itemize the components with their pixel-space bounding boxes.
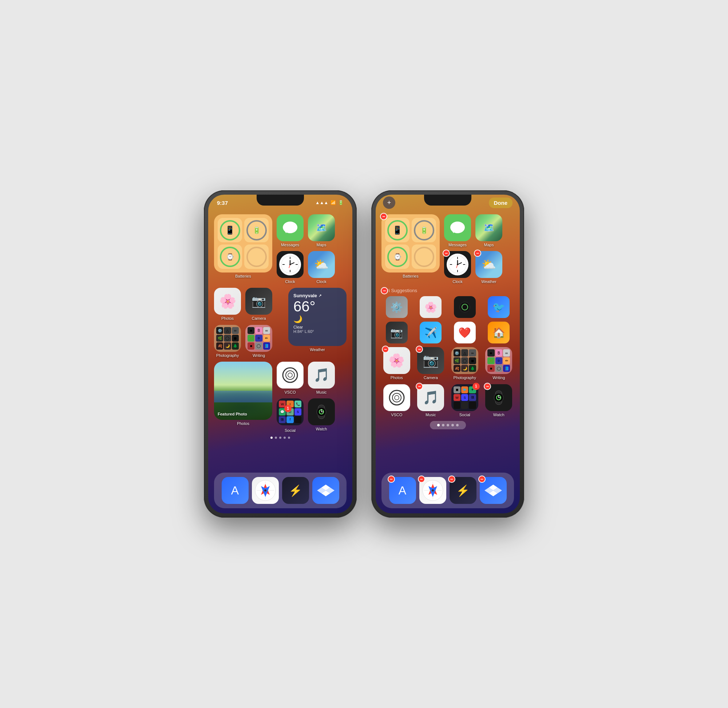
spark-dock-wrap[interactable]: ⚡: [282, 477, 309, 504]
batteries-widget-2[interactable]: 📱 🔋 ⌚: [381, 214, 440, 273]
siri-section-remove[interactable]: −: [381, 287, 388, 295]
camera-siri-wrap[interactable]: 📷: [381, 322, 412, 344]
photos-edit-remove[interactable]: −: [382, 345, 389, 353]
appstore-dock-wrap[interactable]: A: [222, 477, 248, 504]
clock-icon-wrap-2[interactable]: −: [444, 251, 471, 284]
batteries-remove[interactable]: −: [380, 213, 387, 220]
pill-dot-1: [437, 424, 440, 427]
weather-emoji-2: ⛅: [482, 258, 496, 271]
sef5: S: [461, 394, 468, 401]
weather-icon: ⛅: [308, 251, 335, 278]
social-edit-wrap[interactable]: 1 ◼ 🐦 ✈ W S 微 Social: [449, 384, 480, 417]
photos-icon-wrap[interactable]: 🌸 Photos: [214, 288, 241, 321]
battery-small-circle-2: 🔋: [414, 220, 434, 241]
health-siri-wrap[interactable]: ❤️: [449, 322, 480, 344]
weather-icon-wrap[interactable]: ⛅ Clock: [308, 251, 335, 284]
batteries-widget[interactable]: 📱 🔋 ⌚: [214, 214, 272, 273]
appstore-dock-wrap-2[interactable]: − A: [389, 477, 416, 504]
featured-photo-widget[interactable]: Featured Photo: [214, 362, 272, 420]
camera-edit-wrap[interactable]: − 📷 Camera: [416, 347, 446, 380]
f8: 🌙: [224, 342, 231, 349]
signal-icon-1: ▲▲▲: [315, 200, 328, 205]
maps-icon-wrap[interactable]: 🗺️ Maps: [308, 214, 335, 247]
messages-icon-wrap-2[interactable]: Messages: [444, 214, 471, 247]
f6: ◼: [232, 335, 239, 342]
weather-icon-wrap-2[interactable]: − ⛅ Weather: [475, 251, 502, 284]
spark-dock-wrap-2[interactable]: − ⚡: [449, 477, 477, 504]
second-apps-row: Clock ⛅ Clock: [277, 251, 347, 284]
music-edit-remove[interactable]: −: [416, 383, 423, 390]
spark-remove[interactable]: −: [448, 476, 455, 483]
home-siri-wrap[interactable]: 🏠: [484, 322, 514, 344]
music-icon-wrap[interactable]: 🎵 Music: [308, 362, 335, 395]
watch-edit-wrap[interactable]: − Watch: [484, 384, 514, 417]
done-button[interactable]: Done: [489, 197, 513, 208]
messages-pos-2: [444, 214, 471, 241]
photography-edit-folder: ⚙️ △ ∞ 🌿 ◯ ◼ 🍂 🌙 🌲: [451, 347, 478, 374]
wf1: ▣: [247, 327, 254, 334]
photos-label-1: Photos: [221, 316, 234, 321]
writing-edit-wrap[interactable]: ▣ B ∞ 🌿 D ✏ ■ ◯ 📘 Writing: [484, 347, 514, 380]
wef1: ▣: [487, 349, 494, 356]
maps-icon-wrap-2[interactable]: 🗺️ Maps: [475, 214, 502, 247]
left-apps-col2: 🌸 Photos 📷 Camera: [214, 288, 284, 358]
camera-icon-wrap[interactable]: 📷 Camera: [246, 288, 272, 321]
f9: 🌲: [232, 342, 239, 349]
photography-folder-wrap[interactable]: ⚙️ △ ∞ 🌿 ◯ ◼ 🍂 🌙 🌲 Photography: [214, 325, 241, 358]
photography-edit-wrap[interactable]: ⚙️ △ ∞ 🌿 ◯ ◼ 🍂 🌙 🌲 Photography: [449, 347, 480, 380]
weather-widget[interactable]: Sunnyvale ↗ 66° 🌙 Clear H:84° L:60°: [288, 288, 347, 346]
clock-icon-wrap[interactable]: Clock: [277, 251, 304, 284]
sef2: 🐦: [461, 386, 468, 393]
f7: 🍂: [216, 342, 223, 349]
sef4: W: [453, 394, 461, 401]
dropbox-dock-icon: [312, 477, 339, 504]
sef9: [469, 402, 476, 409]
spark-dock-pos: − ⚡: [449, 477, 477, 504]
weather-moon-icon: 🌙: [294, 315, 341, 324]
tweetbot-siri-wrap[interactable]: 🐦: [484, 296, 514, 318]
music-edit-wrap[interactable]: − 🎵 Music: [416, 384, 446, 417]
dock-2: − A −: [381, 473, 514, 508]
sf9: [295, 416, 301, 423]
second-apps-row-2: −: [444, 251, 514, 284]
vsco-edit-wrap[interactable]: VSCO: [381, 384, 412, 417]
dropbox-dock-wrap-2[interactable]: −: [480, 477, 507, 504]
watch-icon-wrap[interactable]: Watch: [308, 398, 335, 433]
add-widget-button[interactable]: +: [383, 196, 395, 209]
pill-dot-3: [447, 424, 449, 427]
vsco-icon-wrap[interactable]: VSCO: [277, 362, 304, 395]
pill-dot-4: [451, 424, 454, 427]
wef2: B: [496, 349, 502, 356]
photos-siri-wrap[interactable]: 🌸: [416, 296, 446, 318]
f2: △: [224, 327, 231, 334]
siri-label: Siri Suggestions: [381, 288, 514, 293]
writing-folder-wrap[interactable]: ▣ B ∞ 🌿 D ✏ ■ ◯ 📘 Writing: [246, 325, 272, 358]
safari-dock-wrap[interactable]: [252, 477, 279, 504]
dropbox-remove[interactable]: −: [478, 476, 485, 483]
safari-dock-wrap-2[interactable]: −: [419, 477, 446, 504]
home-siri-icon: 🏠: [488, 322, 510, 344]
dropbox-svg-2: [484, 482, 502, 499]
photography-folder: ⚙️ △ ∞ 🌿 ◯ ◼ 🍂 🌙 🌲: [214, 325, 241, 352]
messages-icon: [277, 214, 304, 241]
watchface-siri-wrap[interactable]: [449, 296, 480, 318]
safari-remove[interactable]: −: [418, 476, 425, 483]
watch-edit-remove[interactable]: −: [484, 383, 491, 390]
dot-1-active: [270, 437, 273, 439]
telegram-siri-wrap[interactable]: ✈️: [416, 322, 446, 344]
writing-edit-folder: ▣ B ∞ 🌿 D ✏ ■ ◯ 📘: [485, 347, 512, 374]
battery-phone-2: 📱: [385, 218, 410, 242]
battery-plain-circle: [246, 247, 267, 267]
batteries-widget-wrap-2: − 📱 🔋 ⌚: [381, 214, 440, 279]
social-icon-wrap[interactable]: W I 📞 💬 D S 微 f 1: [277, 398, 304, 433]
messages-icon-2: [444, 214, 471, 241]
messages-icon-wrap[interactable]: Messages: [277, 214, 304, 247]
page-indicator-wrap: [381, 421, 514, 429]
settings-icon-wrap[interactable]: ⚙️: [381, 296, 412, 318]
photos-edit-wrap[interactable]: − 🌸 Photos: [381, 347, 412, 380]
dropbox-dock-wrap[interactable]: [312, 477, 339, 504]
pill-dot-2: [442, 424, 445, 427]
dock-1: A ⚡: [214, 473, 347, 508]
appstore-remove[interactable]: −: [388, 476, 395, 483]
battery-watch-2: ⌚: [385, 244, 410, 269]
